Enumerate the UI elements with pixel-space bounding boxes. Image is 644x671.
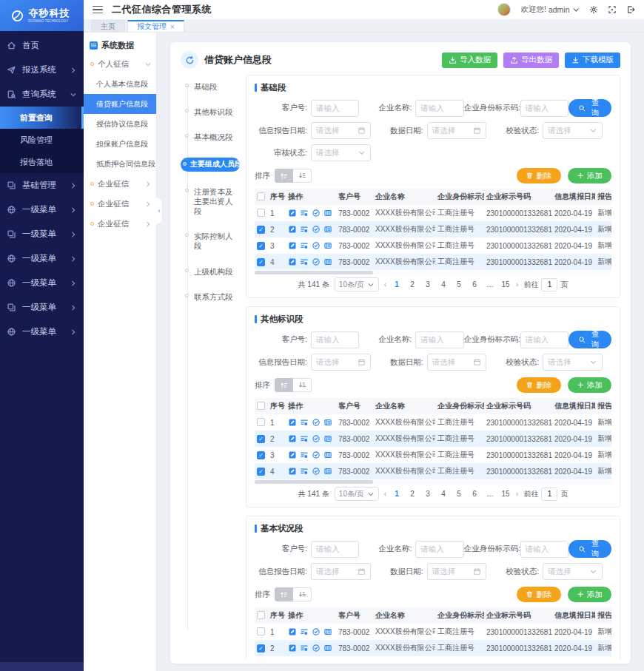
- edit-icon[interactable]: [288, 418, 297, 427]
- prev-page-icon[interactable]: ‹: [384, 490, 386, 498]
- search-button[interactable]: 查询: [568, 331, 611, 348]
- search-button[interactable]: 查询: [568, 540, 611, 558]
- anchor-item[interactable]: 基础段: [186, 82, 240, 92]
- page-number[interactable]: 1: [392, 280, 402, 289]
- anchor-item[interactable]: 实际控制人段: [186, 232, 240, 251]
- edit-icon[interactable]: [288, 257, 297, 266]
- page-number[interactable]: 1: [392, 490, 402, 498]
- view-detail-icon[interactable]: [300, 467, 309, 476]
- column-header[interactable]: 企业标示号码: [484, 607, 552, 624]
- view-detail-icon[interactable]: [300, 418, 309, 427]
- date-picker[interactable]: 请选择: [311, 354, 371, 371]
- sidebar-item[interactable]: 基础管理: [0, 173, 84, 198]
- next-page-icon[interactable]: ›: [516, 280, 518, 289]
- delete-button[interactable]: 删除: [517, 377, 561, 393]
- view-detail-icon[interactable]: [300, 627, 309, 636]
- check-circle-icon[interactable]: [312, 209, 321, 218]
- add-button[interactable]: 添加: [568, 377, 612, 393]
- table-row[interactable]: ✓4783-0002XXXX股份有限公司工商注册号230100000133268…: [255, 463, 611, 479]
- record-card-icon[interactable]: [323, 644, 332, 653]
- column-header[interactable]: 客户号: [336, 189, 373, 205]
- anchor-item[interactable]: 主要组成人员段: [181, 158, 240, 172]
- select-control[interactable]: 请选择: [543, 354, 603, 371]
- tab-close-icon[interactable]: ×: [170, 23, 175, 31]
- tree-child[interactable]: 个人基本信息段: [84, 74, 156, 94]
- record-card-icon[interactable]: [323, 241, 332, 250]
- column-header[interactable]: 序号: [268, 607, 286, 624]
- check-circle-icon[interactable]: [312, 257, 321, 266]
- page-number[interactable]: 5: [454, 280, 464, 289]
- page-jump-input[interactable]: [541, 278, 557, 291]
- date-picker[interactable]: 请选择: [311, 122, 371, 139]
- delete-button[interactable]: 删除: [517, 168, 561, 183]
- table-row[interactable]: ✓2783-0002XXXX股份有限公司工商注册号230100000133268…: [255, 640, 611, 656]
- column-header[interactable]: 客户号: [336, 607, 373, 624]
- sidebar-item[interactable]: 一级菜单: [0, 295, 84, 320]
- column-header[interactable]: 信息填报日期: [552, 189, 595, 205]
- tree-node[interactable]: 个人征信: [84, 54, 156, 74]
- edit-icon[interactable]: [288, 644, 297, 653]
- sidebar-subitem[interactable]: 风险管理: [0, 129, 84, 151]
- row-checkbox[interactable]: [257, 418, 265, 426]
- row-checkbox[interactable]: ✓: [257, 242, 265, 250]
- page-jump-input[interactable]: [541, 488, 557, 501]
- sidebar-item[interactable]: 一级菜单: [0, 320, 84, 344]
- record-card-icon[interactable]: [323, 209, 332, 218]
- sidebar-item[interactable]: 一级菜单: [0, 222, 84, 246]
- user-menu[interactable]: 欢迎您! admin: [520, 4, 580, 15]
- row-checkbox[interactable]: [257, 192, 265, 200]
- column-header[interactable]: 操作: [286, 189, 336, 205]
- column-header[interactable]: 报告时点说明代码: [595, 398, 611, 414]
- sidebar-item[interactable]: 查询系统: [0, 82, 84, 107]
- column-header[interactable]: 序号: [268, 189, 286, 205]
- check-circle-icon[interactable]: [312, 418, 321, 427]
- sort-desc-button[interactable]: [293, 169, 312, 183]
- text-input[interactable]: [420, 335, 458, 344]
- page-number[interactable]: 2: [407, 490, 417, 498]
- check-circle-icon[interactable]: [312, 644, 321, 653]
- record-card-icon[interactable]: [323, 434, 332, 443]
- text-input[interactable]: [420, 544, 458, 553]
- record-card-icon[interactable]: [323, 225, 332, 234]
- view-detail-icon[interactable]: [300, 257, 309, 266]
- column-header[interactable]: 操作: [286, 607, 336, 624]
- check-circle-icon[interactable]: [312, 434, 321, 443]
- row-checkbox[interactable]: ✓: [257, 226, 265, 234]
- check-circle-icon[interactable]: [312, 225, 321, 234]
- text-input[interactable]: [316, 335, 354, 344]
- text-input[interactable]: [420, 104, 458, 112]
- column-header[interactable]: 企业标示号码: [484, 189, 552, 205]
- column-header[interactable]: 企业身份标示类型: [435, 398, 484, 414]
- column-header[interactable]: 操作: [286, 398, 336, 414]
- horizontal-scrollbar[interactable]: [255, 480, 611, 484]
- row-checkbox[interactable]: [257, 627, 265, 635]
- column-header[interactable]: 报告时点说明代码: [595, 189, 611, 205]
- date-picker[interactable]: 请选择: [427, 122, 487, 139]
- page-number[interactable]: 15: [500, 280, 511, 289]
- sidebar-subitem[interactable]: 报告落地: [0, 151, 84, 173]
- column-header[interactable]: 客户号: [336, 398, 373, 414]
- table-row[interactable]: 1783-0002XXXX股份有限公司工商注册号2301000001332681…: [255, 205, 611, 221]
- view-detail-icon[interactable]: [300, 644, 309, 653]
- view-detail-icon[interactable]: [300, 451, 309, 459]
- date-picker[interactable]: 请选择: [427, 563, 487, 580]
- date-picker[interactable]: 请选择: [311, 563, 371, 580]
- table-row[interactable]: ✓3783-0002XXXX股份有限公司工商注册号230100000133268…: [255, 656, 611, 659]
- row-checkbox[interactable]: ✓: [257, 435, 265, 443]
- text-input[interactable]: [526, 104, 563, 112]
- edit-icon[interactable]: [288, 627, 297, 636]
- row-checkbox[interactable]: [257, 611, 265, 619]
- text-input[interactable]: [316, 544, 354, 553]
- select-control[interactable]: 请选择: [543, 563, 603, 580]
- panel-collapse-button[interactable]: ‹: [156, 197, 163, 225]
- check-circle-icon[interactable]: [312, 627, 321, 636]
- text-input[interactable]: [526, 335, 563, 344]
- sort-asc-button[interactable]: [275, 169, 293, 183]
- select-control[interactable]: 请选择: [543, 122, 603, 139]
- delete-button[interactable]: 删除: [517, 587, 561, 602]
- export-data-button[interactable]: 导出数据: [503, 53, 559, 68]
- anchor-item[interactable]: 其他标识段: [186, 107, 240, 117]
- edit-icon[interactable]: [288, 241, 297, 250]
- column-header[interactable]: 企业名称: [373, 189, 435, 205]
- sort-desc-button[interactable]: [293, 378, 312, 392]
